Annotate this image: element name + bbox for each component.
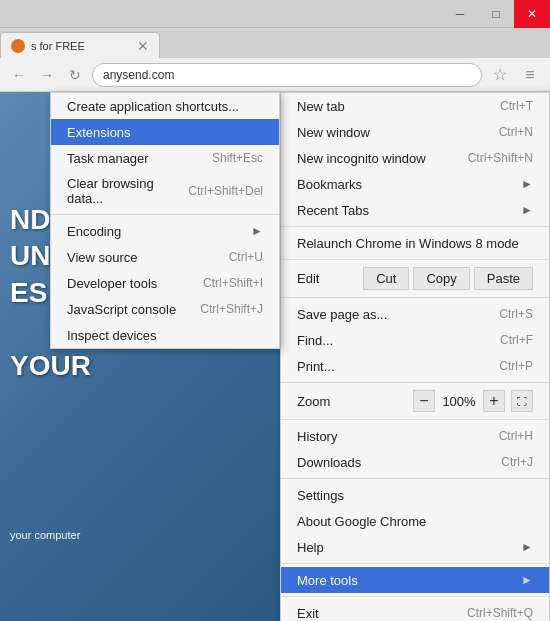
submenu-item-js-console[interactable]: JavaScript console Ctrl+Shift+J: [51, 296, 279, 322]
chrome-menu: New tab Ctrl+T New window Ctrl+N New inc…: [280, 92, 550, 621]
menu-divider-7: [281, 563, 549, 564]
title-bar-buttons: ─ □ ✕: [442, 0, 550, 27]
menu-divider-4: [281, 382, 549, 383]
address-input[interactable]: [92, 63, 482, 87]
submenu-item-task-manager[interactable]: Task manager Shift+Esc: [51, 145, 279, 171]
menu-item-relaunch[interactable]: Relaunch Chrome in Windows 8 mode: [281, 230, 549, 256]
copy-button[interactable]: Copy: [413, 267, 469, 290]
bookmark-star-icon[interactable]: ☆: [488, 63, 512, 87]
chrome-menu-button[interactable]: ≡: [518, 63, 542, 87]
menu-item-history[interactable]: History Ctrl+H: [281, 423, 549, 449]
tab-favicon: [11, 39, 25, 53]
edit-row: Edit Cut Copy Paste: [281, 263, 549, 294]
tab-title: s for FREE: [31, 40, 131, 52]
menu-item-settings[interactable]: Settings: [281, 482, 549, 508]
zoom-percent: 100%: [441, 394, 477, 409]
tab-bar: s for FREE ✕: [0, 28, 550, 58]
menu-item-more-tools[interactable]: More tools ►: [281, 567, 549, 593]
menu-divider-8: [281, 596, 549, 597]
submenu-item-inspect-devices[interactable]: Inspect devices: [51, 322, 279, 348]
forward-button[interactable]: →: [36, 64, 58, 86]
submenu-item-extensions[interactable]: Extensions: [51, 119, 279, 145]
minimize-button[interactable]: ─: [442, 0, 478, 28]
zoom-row: Zoom − 100% + ⛶: [281, 386, 549, 416]
page-subtext: your computer: [10, 529, 80, 541]
submenu-item-create-shortcuts[interactable]: Create application shortcuts...: [51, 93, 279, 119]
menu-item-new-incognito[interactable]: New incognito window Ctrl+Shift+N: [281, 145, 549, 171]
menu-item-new-tab[interactable]: New tab Ctrl+T: [281, 93, 549, 119]
menu-divider-3: [281, 297, 549, 298]
submenu-divider-1: [51, 214, 279, 215]
maximize-button[interactable]: □: [478, 0, 514, 28]
menu-item-new-window[interactable]: New window Ctrl+N: [281, 119, 549, 145]
menu-item-recent-tabs[interactable]: Recent Tabs ►: [281, 197, 549, 223]
paste-button[interactable]: Paste: [474, 267, 533, 290]
zoom-label: Zoom: [297, 394, 330, 409]
tab-close-button[interactable]: ✕: [137, 38, 149, 54]
cut-button[interactable]: Cut: [363, 267, 409, 290]
back-button[interactable]: ←: [8, 64, 30, 86]
menu-item-downloads[interactable]: Downloads Ctrl+J: [281, 449, 549, 475]
submenu-item-encoding[interactable]: Encoding ►: [51, 218, 279, 244]
menu-item-help[interactable]: Help ►: [281, 534, 549, 560]
submenu-item-view-source[interactable]: View source Ctrl+U: [51, 244, 279, 270]
zoom-controls: − 100% + ⛶: [413, 390, 533, 412]
close-button[interactable]: ✕: [514, 0, 550, 28]
menu-divider-5: [281, 419, 549, 420]
browser-tab[interactable]: s for FREE ✕: [0, 32, 160, 58]
submenu-item-developer-tools[interactable]: Developer tools Ctrl+Shift+I: [51, 270, 279, 296]
zoom-out-button[interactable]: −: [413, 390, 435, 412]
menu-item-about[interactable]: About Google Chrome: [281, 508, 549, 534]
edit-label: Edit: [297, 271, 319, 286]
menu-item-print[interactable]: Print... Ctrl+P: [281, 353, 549, 379]
menu-item-exit[interactable]: Exit Ctrl+Shift+Q: [281, 600, 549, 621]
address-bar: ← → ↻ ☆ ≡: [0, 58, 550, 92]
reload-button[interactable]: ↻: [64, 64, 86, 86]
title-bar: ─ □ ✕: [0, 0, 550, 28]
menu-item-save-page[interactable]: Save page as... Ctrl+S: [281, 301, 549, 327]
more-tools-submenu: Create application shortcuts... Extensio…: [50, 92, 280, 349]
menu-divider-6: [281, 478, 549, 479]
zoom-in-button[interactable]: +: [483, 390, 505, 412]
submenu-item-clear-browsing[interactable]: Clear browsing data... Ctrl+Shift+Del: [51, 171, 279, 211]
menu-divider-1: [281, 226, 549, 227]
menu-divider-2: [281, 259, 549, 260]
menu-item-bookmarks[interactable]: Bookmarks ►: [281, 171, 549, 197]
fullscreen-button[interactable]: ⛶: [511, 390, 533, 412]
menu-item-find[interactable]: Find... Ctrl+F: [281, 327, 549, 353]
